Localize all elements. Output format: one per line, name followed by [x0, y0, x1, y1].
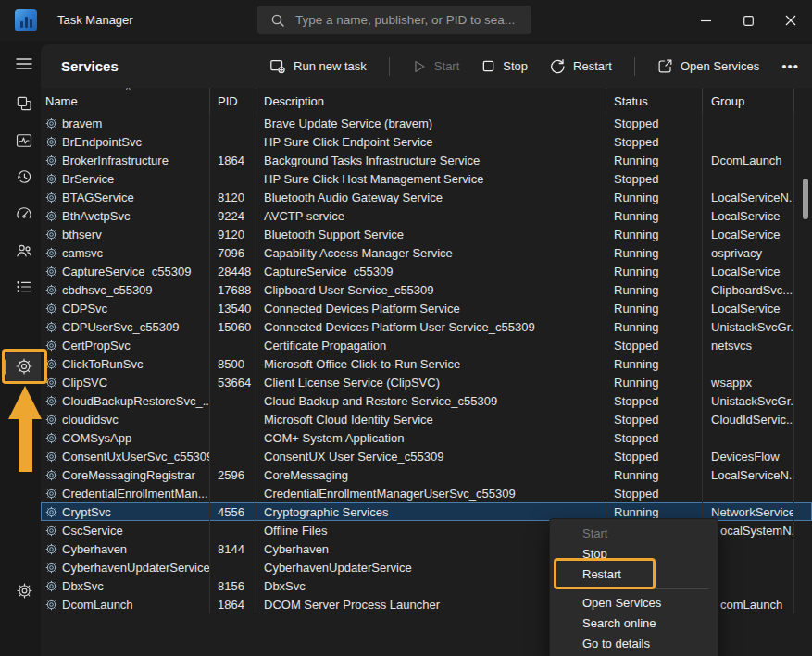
service-description: Cloud Backup and Restore Service_c55309	[256, 391, 606, 410]
table-row[interactable]: BthAvctpSvc 9224 AVCTP service Running L…	[41, 206, 812, 225]
close-button[interactable]	[769, 0, 812, 41]
restart-icon	[550, 58, 566, 74]
service-group: UnistackSvcGr...	[703, 317, 794, 336]
service-pid	[210, 447, 256, 465]
service-pid: 8156	[210, 576, 256, 595]
service-pid: 17688	[210, 280, 256, 299]
service-description: Client License Service (ClipSVC)	[256, 373, 606, 391]
stop-button[interactable]: Stop	[481, 59, 528, 73]
run-new-task-button[interactable]: Run new task	[269, 58, 367, 75]
service-group: netsvcs	[703, 336, 794, 354]
more-options-button[interactable]: •••	[781, 58, 799, 74]
sidebar-item-app-history[interactable]	[6, 162, 43, 192]
service-status: Stopped	[606, 336, 703, 354]
stop-icon	[481, 59, 495, 73]
maximize-button[interactable]	[727, 0, 769, 41]
search-input[interactable]: Type a name, publisher, or PID to sea...	[257, 6, 531, 34]
context-menu-item-open-services[interactable]: Open Services	[550, 593, 718, 613]
table-row[interactable]: bthserv 9120 Bluetooth Support Service R…	[41, 225, 812, 243]
service-group: ClipboardSvc...	[703, 280, 794, 299]
menu-toggle-button[interactable]	[6, 49, 43, 79]
service-name: cloudidsvc	[62, 413, 119, 427]
service-status: Running	[606, 354, 703, 373]
service-pid: 53664	[210, 373, 256, 391]
minimize-button[interactable]	[684, 0, 727, 41]
service-group	[703, 114, 794, 132]
table-row[interactable]: ClipSVC 53664 Client License Service (Cl…	[41, 373, 812, 391]
service-gear-icon	[45, 303, 57, 315]
service-name: CryptSvc	[62, 505, 111, 519]
table-row[interactable]: CertPropSvc Certificate Propagation Stop…	[41, 336, 812, 354]
service-pid: 9120	[210, 225, 256, 243]
table-row[interactable]: CredentialEnrollmentMan... CredentialEnr…	[41, 484, 812, 502]
service-pid: 8120	[210, 188, 256, 206]
service-group	[703, 484, 794, 502]
service-name: ClipSVC	[62, 376, 107, 390]
table-row[interactable]: BrEndpointSvc HP Sure Click Endpoint Ser…	[41, 132, 812, 151]
window-title: Task Manager	[57, 13, 133, 27]
table-row[interactable]: CDPUserSvc_c55309 15060 Connected Device…	[41, 317, 812, 336]
service-name: CertPropSvc	[62, 339, 131, 353]
service-gear-icon	[45, 432, 57, 444]
app-history-icon	[15, 167, 33, 186]
service-gear-icon	[45, 562, 57, 574]
annotation-box-services	[2, 349, 47, 384]
title-bar: Task Manager Type a name, publisher, or …	[0, 0, 812, 41]
sidebar-item-settings[interactable]	[6, 576, 43, 605]
column-header-pid[interactable]: PID	[210, 88, 256, 114]
table-row[interactable]: BrokerInfrastructure 1864 Background Tas…	[41, 151, 812, 169]
table-row[interactable]: BrService HP Sure Click Host Management …	[41, 169, 812, 188]
table-row[interactable]: CDPSvc 13540 Connected Devices Platform …	[41, 299, 812, 317]
sort-ascending-icon: ^	[126, 88, 131, 95]
service-pid	[210, 410, 256, 428]
service-description: HP Sure Click Endpoint Service	[256, 132, 606, 151]
service-gear-icon	[45, 136, 57, 148]
restart-button[interactable]: Restart	[550, 58, 612, 74]
settings-icon	[16, 582, 33, 600]
table-row[interactable]: camsvc 7096 Capability Access Manager Se…	[41, 243, 812, 262]
sidebar-item-processes[interactable]	[6, 89, 43, 118]
column-header-name[interactable]: ^ Name	[41, 88, 210, 114]
table-row[interactable]: ClickToRunSvc 8500 Microsoft Office Clic…	[41, 354, 812, 373]
service-pid: 15060	[210, 317, 256, 336]
table-row[interactable]: cloudidsvc Microsoft Cloud Identity Serv…	[41, 410, 812, 428]
service-status: Running	[606, 280, 703, 299]
sidebar-item-details[interactable]	[6, 272, 43, 302]
minimize-icon	[701, 16, 711, 26]
service-description: Clipboard User Service_c55309	[256, 280, 606, 299]
table-row[interactable]: ConsentUxUserSvc_c55309 ConsentUX User S…	[41, 447, 812, 465]
service-pid	[210, 558, 256, 576]
column-header-description[interactable]: Description	[256, 88, 606, 114]
table-row[interactable]: BTAGService 8120 Bluetooth Audio Gateway…	[41, 188, 812, 206]
table-row[interactable]: CoreMessagingRegistrar 2596 CoreMessagin…	[41, 465, 812, 484]
sidebar-item-performance[interactable]	[6, 126, 43, 155]
service-pid	[210, 484, 256, 502]
service-name: cbdhsvc_c55309	[62, 283, 153, 297]
service-gear-icon	[45, 192, 57, 204]
context-menu-item-go-to-details[interactable]: Go to details	[550, 634, 718, 654]
vertical-scrollbar-thumb[interactable]	[803, 179, 808, 219]
service-pid	[210, 521, 256, 539]
sidebar-item-users[interactable]	[6, 236, 43, 266]
table-row[interactable]: CaptureService_c55309 28448 CaptureServi…	[41, 262, 812, 280]
service-gear-icon	[45, 525, 57, 537]
service-name: DbxSvc	[62, 579, 104, 593]
table-row[interactable]: cbdhsvc_c55309 17688 Clipboard User Serv…	[41, 280, 812, 299]
table-row[interactable]: bravem Brave Update Service (bravem) Sto…	[41, 114, 812, 132]
table-row[interactable]: CloudBackupRestoreSvc_... Cloud Backup a…	[41, 391, 812, 410]
service-group	[703, 169, 794, 188]
service-description: Microsoft Cloud Identity Service	[256, 410, 606, 428]
context-menu-item-search-online[interactable]: Search online	[550, 613, 718, 634]
column-header-status[interactable]: Status	[606, 88, 703, 114]
table-row[interactable]: COMSysApp COM+ System Application Stoppe…	[41, 428, 812, 447]
search-placeholder: Type a name, publisher, or PID to sea...	[295, 13, 515, 27]
start-button[interactable]: Start	[412, 59, 459, 74]
service-name: COMSysApp	[62, 431, 131, 445]
service-status: Stopped	[606, 484, 703, 502]
column-header-group[interactable]: Group	[703, 88, 794, 114]
open-services-button[interactable]: Open Services	[657, 58, 759, 74]
sidebar-item-startup-apps[interactable]	[6, 199, 43, 229]
context-menu-item-start[interactable]: Start	[550, 524, 718, 544]
service-description: Bluetooth Support Service	[256, 225, 606, 243]
service-pid: 8144	[210, 539, 256, 558]
